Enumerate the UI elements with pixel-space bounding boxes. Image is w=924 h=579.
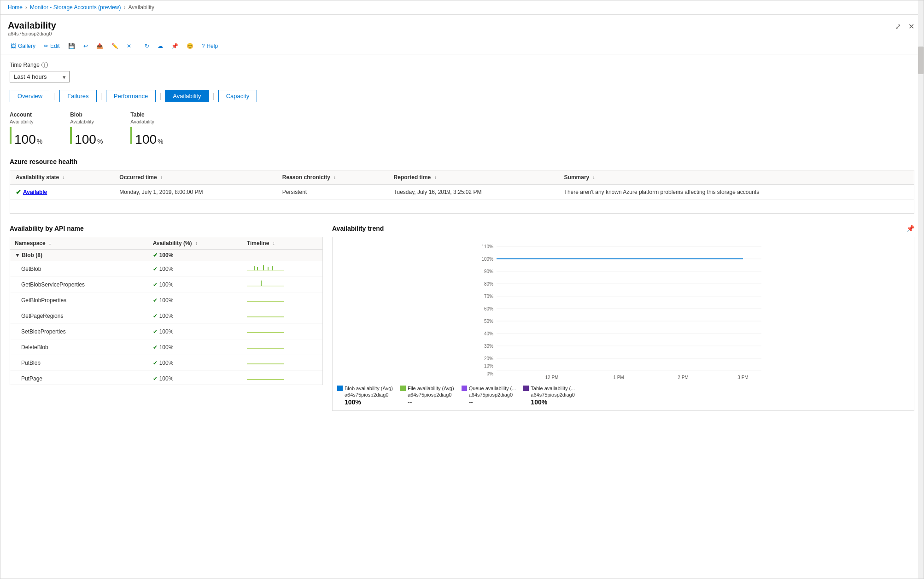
trend-panel: Availability trend 📌 110% 100% 90% 80% 7… bbox=[332, 225, 914, 411]
time-range-info-icon[interactable]: i bbox=[41, 62, 48, 68]
time-range-label: Time Range i bbox=[10, 62, 914, 68]
page-subtitle: a64s75piosp2diag0 bbox=[8, 31, 56, 36]
trend-chart: 110% 100% 90% 80% 70% 60% 50% 40% 30% 20… bbox=[337, 242, 909, 380]
annotate-button[interactable]: ✏️ bbox=[109, 41, 121, 51]
pin-icon: 📌 bbox=[171, 43, 178, 49]
svg-text:20%: 20% bbox=[484, 356, 493, 361]
child-availability: ✔100% bbox=[148, 371, 242, 385]
child-timeline bbox=[242, 371, 322, 385]
breadcrumb-monitor[interactable]: Monitor - Storage Accounts (preview) bbox=[30, 4, 121, 11]
metric-blob-bar bbox=[70, 127, 72, 144]
child-name: DeleteBlob bbox=[10, 339, 148, 355]
tab-failures[interactable]: Failures bbox=[59, 90, 96, 102]
sort-icon-reported[interactable]: ↕ bbox=[434, 175, 437, 180]
header-actions: ⤢ ✕ bbox=[893, 20, 916, 33]
child-name: GetBlobProperties bbox=[10, 292, 148, 308]
sort-namespace[interactable]: ↕ bbox=[49, 241, 51, 246]
sort-icon-occurred[interactable]: ↕ bbox=[160, 175, 163, 180]
svg-rect-3 bbox=[263, 265, 264, 270]
metric-account-number: 100 bbox=[14, 132, 36, 147]
share-button[interactable]: 📤 bbox=[94, 41, 106, 51]
child-availability: ✔100% bbox=[148, 292, 242, 308]
legend-table-text: Table availability (...a64s75piosp2diag0… bbox=[531, 385, 575, 406]
svg-text:10%: 10% bbox=[484, 363, 493, 368]
main-content: Time Range i Last 4 hours Last hour Last… bbox=[0, 54, 924, 418]
sort-icon-summary[interactable]: ↕ bbox=[593, 175, 595, 180]
metric-blob-number: 100 bbox=[75, 132, 96, 147]
metric-blob-label: Blob bbox=[70, 111, 103, 118]
pin-toolbar-button[interactable]: 📌 bbox=[169, 41, 181, 51]
svg-text:100%: 100% bbox=[481, 257, 493, 262]
metric-account: Account Availability 100 % bbox=[10, 111, 42, 147]
sort-icon-state[interactable]: ↕ bbox=[63, 175, 65, 180]
api-child-row: DeleteBlob ✔100% bbox=[10, 339, 322, 355]
window-pin-button[interactable]: ⤢ bbox=[893, 20, 903, 33]
tab-performance[interactable]: Performance bbox=[106, 90, 156, 102]
chart-area: 110% 100% 90% 80% 70% 60% 50% 40% 30% 20… bbox=[332, 237, 914, 411]
legend-table: Table availability (...a64s75piosp2diag0… bbox=[523, 385, 575, 406]
scrollbar-thumb[interactable] bbox=[918, 47, 924, 74]
share-icon: 📤 bbox=[96, 43, 103, 49]
breadcrumb-current: Availability bbox=[128, 4, 154, 11]
refresh-button[interactable]: ↻ bbox=[142, 41, 152, 51]
save-button[interactable]: 💾 bbox=[65, 41, 78, 51]
metric-account-bar bbox=[10, 127, 12, 144]
svg-rect-5 bbox=[272, 266, 273, 270]
tab-availability[interactable]: Availability bbox=[165, 90, 209, 102]
api-table-wrapper: Namespace ↕ Availability (%) ↕ Timeline bbox=[10, 237, 323, 385]
legend-file-text: File availability (Avg)a64s75piosp2diag0… bbox=[408, 385, 454, 406]
legend-blob-color bbox=[337, 386, 343, 391]
edit-button[interactable]: ✏ Edit bbox=[41, 41, 63, 51]
api-table-panel: Availability by API name Namespace ↕ bbox=[10, 225, 323, 411]
col-summary: Summary ↕ bbox=[559, 170, 914, 185]
restore-icon: ↩ bbox=[83, 43, 88, 49]
col-reported-time: Reported time ↕ bbox=[388, 170, 559, 185]
upload-button[interactable]: ☁ bbox=[155, 41, 166, 51]
metric-table-value: 100 % bbox=[130, 127, 163, 147]
child-timeline bbox=[242, 339, 322, 355]
legend-file-color bbox=[400, 386, 406, 391]
child-name: GetBlobServiceProperties bbox=[10, 277, 148, 292]
table-row: ✔ Available Monday, July 1, 2019, 8:00:0… bbox=[10, 185, 914, 200]
group-name[interactable]: ▼ Blob (8) bbox=[10, 250, 148, 261]
svg-rect-1 bbox=[254, 266, 255, 270]
group-timeline bbox=[242, 250, 322, 261]
metric-table-label: Table bbox=[130, 111, 163, 118]
available-link[interactable]: Available bbox=[23, 189, 47, 195]
metric-blob-sublabel: Availability bbox=[70, 119, 103, 124]
page-header: Availability a64s75piosp2diag0 ⤢ ✕ bbox=[0, 15, 924, 38]
metric-blob-value: 100 % bbox=[70, 127, 103, 147]
help-icon: ? bbox=[202, 43, 205, 49]
api-child-row: GetBlobServiceProperties ✔100% bbox=[10, 277, 322, 292]
sort-availability[interactable]: ↕ bbox=[195, 241, 198, 246]
api-child-row: GetPageRegions ✔100% bbox=[10, 308, 322, 324]
window-close-button[interactable]: ✕ bbox=[906, 20, 916, 33]
help-button[interactable]: ? Help bbox=[199, 41, 221, 51]
gallery-button[interactable]: 🖼 Gallery bbox=[8, 41, 38, 51]
api-group-row: ▼ Blob (8) ✔100% bbox=[10, 250, 322, 261]
group-availability: ✔100% bbox=[148, 250, 242, 261]
annotate-icon: ✏️ bbox=[111, 43, 118, 49]
tab-overview[interactable]: Overview bbox=[10, 90, 50, 102]
main-window: Home › Monitor - Storage Accounts (previ… bbox=[0, 0, 924, 579]
svg-text:110%: 110% bbox=[481, 244, 493, 249]
resource-health-title: Azure resource health bbox=[10, 158, 914, 165]
svg-text:30%: 30% bbox=[484, 344, 493, 349]
tab-capacity[interactable]: Capacity bbox=[218, 90, 257, 102]
api-table-scroll[interactable]: Namespace ↕ Availability (%) ↕ Timeline bbox=[10, 237, 322, 385]
cell-occurred: Monday, July 1, 2019, 8:00:00 PM bbox=[114, 185, 276, 200]
sort-timeline[interactable]: ↕ bbox=[273, 241, 275, 246]
svg-rect-7 bbox=[261, 281, 262, 286]
breadcrumb-home[interactable]: Home bbox=[8, 4, 23, 11]
svg-text:2 PM: 2 PM bbox=[678, 375, 688, 380]
sort-icon-reason[interactable]: ↕ bbox=[333, 175, 336, 180]
discard-button[interactable]: ✕ bbox=[124, 41, 134, 51]
scrollbar-track[interactable] bbox=[918, 0, 924, 579]
feedback-button[interactable]: 😊 bbox=[184, 41, 196, 51]
time-range-select[interactable]: Last 4 hours Last hour Last 12 hours Las… bbox=[10, 71, 70, 82]
svg-text:80%: 80% bbox=[484, 281, 493, 287]
child-availability: ✔100% bbox=[148, 339, 242, 355]
legend-queue: Queue availability (...a64s75piosp2diag0… bbox=[462, 385, 516, 406]
restore-button[interactable]: ↩ bbox=[81, 41, 91, 51]
trend-pin-icon[interactable]: 📌 bbox=[906, 225, 914, 232]
